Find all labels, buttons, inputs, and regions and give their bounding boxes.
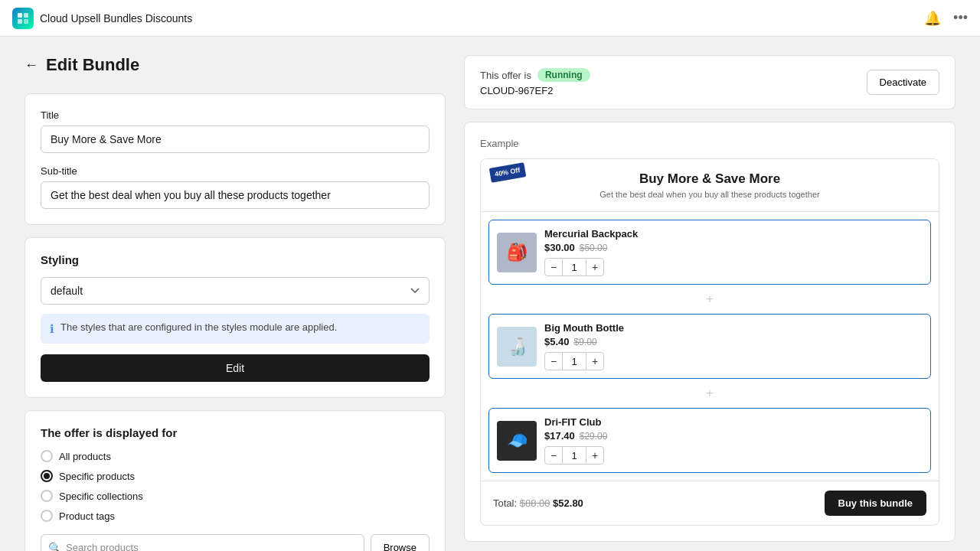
left-panel: ← Edit Bundle Title Sub-title Styling de…	[24, 55, 446, 533]
app-title: Cloud Upsell Bundles Discounts	[40, 12, 192, 24]
product-prices-2: $5.40 $9.00	[544, 336, 923, 347]
app-icon	[12, 8, 34, 29]
radio-circle-all	[41, 450, 53, 462]
qty-plus-3[interactable]: +	[586, 446, 604, 465]
right-panel: This offer is Running CLOUD-967EF2 Deact…	[464, 55, 956, 533]
title-input[interactable]	[41, 126, 430, 153]
product-info-3: Dri-FIT Club $17.40 $29.00 − 1 +	[544, 416, 923, 465]
qty-control-1: − 1 +	[544, 258, 923, 276]
qty-value-3: 1	[563, 446, 586, 465]
styling-title: Styling	[41, 253, 430, 266]
qty-minus-1[interactable]: −	[544, 258, 563, 276]
price-old-1: $50.00	[580, 243, 608, 253]
search-wrap: 🔍	[41, 534, 364, 551]
style-select[interactable]: default	[41, 277, 430, 305]
price-old-2: $9.00	[574, 337, 597, 347]
search-products-input[interactable]	[41, 534, 364, 551]
price-new-3: $17.40	[544, 430, 575, 442]
product-name-3: Dri-FIT Club	[544, 416, 923, 428]
radio-dot-specific	[44, 473, 50, 479]
title-card: Title Sub-title	[24, 93, 446, 225]
edit-button[interactable]: Edit	[41, 354, 430, 382]
svg-rect-1	[24, 13, 28, 18]
radio-label-all: All products	[59, 451, 111, 462]
radio-label-collections: Specific collections	[59, 491, 143, 502]
product-name-1: Mercurial Backpack	[544, 228, 923, 240]
qty-plus-2[interactable]: +	[586, 352, 604, 370]
qty-control-2: − 1 +	[544, 352, 923, 370]
offer-display-title: The offer is displayed for	[41, 426, 430, 439]
radio-product-tags[interactable]: Product tags	[41, 510, 430, 522]
qty-control-3: − 1 +	[544, 446, 923, 465]
total-text: Total: $88.00 $52.80	[493, 497, 583, 509]
radio-circle-collections	[41, 490, 53, 502]
example-card: Example 40% Off Buy More & Save More Get…	[464, 122, 956, 542]
offer-status-left: This offer is Running CLOUD-967EF2	[480, 68, 590, 96]
product-thumb-1: 🎒	[497, 233, 537, 272]
subtitle-input[interactable]	[41, 181, 430, 209]
buy-bundle-button[interactable]: Buy this bundle	[825, 491, 927, 516]
svg-rect-3	[24, 19, 28, 24]
qty-minus-2[interactable]: −	[544, 352, 563, 370]
search-row: 🔍 Browse	[41, 534, 430, 551]
subtitle-field-group: Sub-title	[41, 165, 430, 209]
browse-button[interactable]: Browse	[371, 534, 430, 551]
topnav: Cloud Upsell Bundles Discounts 🔔 •••	[0, 0, 980, 37]
product-prices-3: $17.40 $29.00	[544, 430, 923, 442]
bundle-subtitle: Get the best deal when you buy all these…	[493, 190, 926, 199]
style-info-box: ℹ The styles that are configured in the …	[41, 314, 430, 344]
offer-display-card: The offer is displayed for All products …	[24, 410, 446, 551]
bundle-main-title: Buy More & Save More	[493, 171, 926, 187]
main-content: ← Edit Bundle Title Sub-title Styling de…	[0, 37, 980, 551]
styling-card: Styling default ℹ The styles that are co…	[24, 237, 446, 398]
qty-value-1: 1	[563, 258, 586, 276]
offer-label: This offer is	[480, 70, 531, 81]
qty-plus-1[interactable]: +	[586, 258, 604, 276]
example-label: Example	[480, 138, 939, 149]
radio-specific-products[interactable]: Specific products	[41, 470, 430, 482]
topnav-right: 🔔 •••	[924, 10, 968, 27]
radio-label-tags: Product tags	[59, 510, 115, 522]
qty-value-2: 1	[563, 352, 586, 370]
product-thumb-3: 🧢	[497, 421, 537, 461]
radio-label-specific: Specific products	[59, 471, 135, 482]
bundle-footer: Total: $88.00 $52.80 Buy this bundle	[481, 481, 939, 525]
svg-rect-0	[18, 13, 22, 18]
page-header: ← Edit Bundle	[24, 55, 446, 75]
plus-divider-2: +	[481, 386, 939, 400]
price-new-1: $30.00	[544, 242, 575, 253]
back-button[interactable]: ←	[24, 57, 38, 73]
radio-group: All products Specific products Specific …	[41, 450, 430, 522]
info-icon: ℹ	[50, 322, 54, 336]
more-icon[interactable]: •••	[953, 10, 968, 26]
offer-status-row: This offer is Running	[480, 68, 590, 82]
radio-circle-specific	[41, 470, 53, 482]
offer-code: CLOUD-967EF2	[480, 85, 590, 96]
topnav-left: Cloud Upsell Bundles Discounts	[12, 8, 192, 29]
product-name-2: Big Mouth Bottle	[544, 322, 923, 334]
radio-specific-collections[interactable]: Specific collections	[41, 490, 430, 502]
status-badge: Running	[537, 68, 590, 82]
bell-icon[interactable]: 🔔	[924, 10, 941, 27]
product-info-2: Big Mouth Bottle $5.40 $9.00 − 1 +	[544, 322, 923, 370]
product-thumb-2: 🍶	[497, 327, 537, 367]
offer-status-card: This offer is Running CLOUD-967EF2 Deact…	[464, 55, 956, 109]
title-field-group: Title	[41, 109, 430, 153]
product-item-1: 🎒 Mercurial Backpack $30.00 $50.00 − 1 +	[488, 220, 931, 285]
title-label: Title	[41, 109, 430, 121]
product-prices-1: $30.00 $50.00	[544, 242, 923, 253]
price-new-2: $5.40	[544, 336, 570, 347]
subtitle-label: Sub-title	[41, 165, 430, 177]
bundle-header: 40% Off Buy More & Save More Get the bes…	[481, 159, 939, 212]
deactivate-button[interactable]: Deactivate	[867, 70, 939, 95]
style-info-text: The styles that are configured in the st…	[60, 321, 337, 333]
total-new: $52.80	[553, 497, 583, 509]
radio-all-products[interactable]: All products	[41, 450, 430, 462]
radio-circle-tags	[41, 510, 53, 522]
total-old: $88.00	[520, 497, 550, 509]
bundle-widget: 40% Off Buy More & Save More Get the bes…	[480, 158, 939, 526]
svg-rect-2	[18, 19, 22, 24]
price-old-3: $29.00	[580, 431, 608, 442]
qty-minus-3[interactable]: −	[544, 446, 563, 465]
product-item-3: 🧢 Dri-FIT Club $17.40 $29.00 − 1 +	[488, 408, 931, 473]
